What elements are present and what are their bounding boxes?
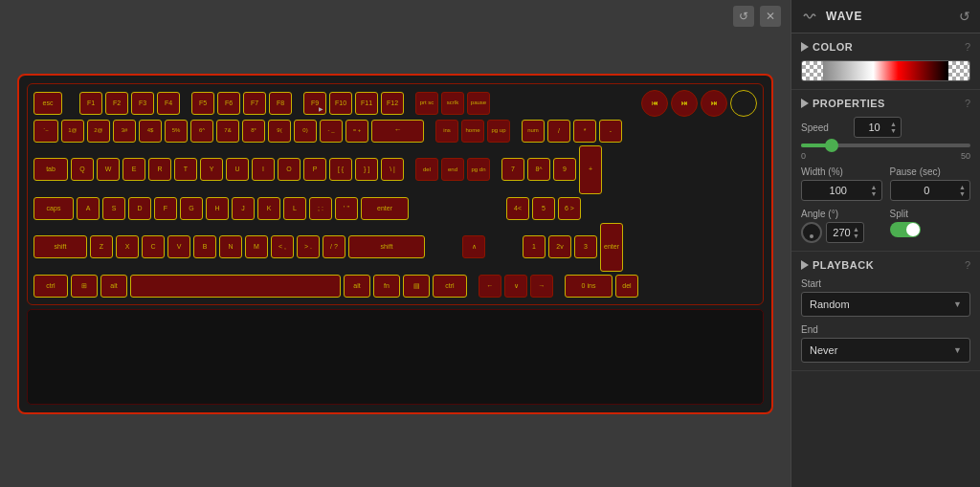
key-f8[interactable]: F8 <box>269 92 292 115</box>
key-backspace[interactable]: ← <box>371 120 424 143</box>
key-f[interactable]: F <box>154 197 177 220</box>
key-num8[interactable]: 8^ <box>527 158 550 181</box>
key-f11[interactable]: F11 <box>355 92 378 115</box>
key-del[interactable]: del <box>415 158 438 181</box>
key-quote[interactable]: ' " <box>335 197 358 220</box>
key-s[interactable]: S <box>102 197 125 220</box>
key-num0[interactable]: 0 ins <box>565 275 612 298</box>
key-media-next[interactable]: ⏭ <box>701 90 727 117</box>
angle-dial[interactable] <box>801 222 822 243</box>
key-f12[interactable]: F12 <box>381 92 404 115</box>
key-6[interactable]: 6^ <box>190 120 213 143</box>
key-h[interactable]: H <box>206 197 229 220</box>
key-m[interactable]: M <box>245 235 268 258</box>
key-lctrl[interactable]: ctrl <box>33 275 68 298</box>
key-numsub[interactable]: - <box>599 120 622 143</box>
key-d[interactable]: D <box>128 197 151 220</box>
key-esc[interactable]: esc <box>33 92 62 115</box>
key-num4[interactable]: 4< <box>506 197 529 220</box>
angle-up[interactable]: ▲ <box>853 226 859 232</box>
key-up[interactable]: ∧ <box>462 235 485 258</box>
pause-down[interactable]: ▼ <box>959 190 966 197</box>
pause-arrows[interactable]: ▲ ▼ <box>959 184 966 197</box>
split-toggle[interactable] <box>890 222 921 237</box>
key-3[interactable]: 3# <box>113 120 136 143</box>
key-equals[interactable]: = + <box>345 120 368 143</box>
pause-spinbox[interactable]: 0 ▲ ▼ <box>890 180 971 201</box>
key-lalt[interactable]: alt <box>100 275 127 298</box>
key-home[interactable]: home <box>461 120 484 143</box>
speed-down-arrow[interactable]: ▼ <box>890 127 897 134</box>
color-collapse-icon[interactable] <box>801 42 809 52</box>
key-f7[interactable]: F7 <box>243 92 266 115</box>
key-lshift[interactable]: shift <box>33 235 87 258</box>
key-t[interactable]: T <box>174 158 197 181</box>
key-numadd[interactable]: + <box>579 145 602 194</box>
key-b[interactable]: B <box>193 235 216 258</box>
key-1[interactable]: 1@ <box>61 120 84 143</box>
key-0[interactable]: 0) <box>294 120 317 143</box>
key-2[interactable]: 2@ <box>87 120 110 143</box>
key-r[interactable]: R <box>148 158 171 181</box>
properties-collapse-icon[interactable] <box>801 99 809 108</box>
key-num6[interactable]: 6 > <box>558 197 581 220</box>
key-semicolon[interactable]: ; : <box>309 197 332 220</box>
key-n[interactable]: N <box>219 235 242 258</box>
key-num2[interactable]: 2v <box>548 235 571 258</box>
key-numenter[interactable]: enter <box>600 223 623 272</box>
key-y[interactable]: Y <box>200 158 223 181</box>
key-l[interactable]: L <box>283 197 306 220</box>
end-dropdown[interactable]: Never ▼ <box>801 338 970 363</box>
key-i[interactable]: I <box>252 158 275 181</box>
key-comma[interactable]: < , <box>271 235 294 258</box>
key-left[interactable]: ← <box>479 275 501 298</box>
speed-arrows[interactable]: ▲ ▼ <box>890 121 897 134</box>
key-minus[interactable]: - _ <box>320 120 343 143</box>
key-lwin[interactable]: ⊞ <box>71 275 98 298</box>
angle-spinbox[interactable]: 270 ▲ ▼ <box>826 222 864 243</box>
key-caps[interactable]: caps <box>33 197 74 220</box>
key-5[interactable]: 5% <box>165 120 188 143</box>
key-p[interactable]: P <box>303 158 326 181</box>
key-v[interactable]: V <box>167 235 190 258</box>
width-down[interactable]: ▼ <box>871 190 878 197</box>
key-e[interactable]: E <box>122 158 145 181</box>
key-f10[interactable]: F10 <box>329 92 352 115</box>
key-f6[interactable]: F6 <box>217 92 240 115</box>
width-arrows[interactable]: ▲ ▼ <box>871 184 878 197</box>
key-f1[interactable]: F1 <box>79 92 102 115</box>
key-enter[interactable]: enter <box>361 197 409 220</box>
key-nummul[interactable]: * <box>573 120 596 143</box>
key-down[interactable]: ∨ <box>504 275 527 298</box>
key-pause[interactable]: pause <box>467 92 490 115</box>
key-scrlk[interactable]: scrlk <box>441 92 464 115</box>
key-right[interactable]: → <box>530 275 553 298</box>
key-fn[interactable]: fn <box>373 275 400 298</box>
key-media-play[interactable]: ⏭ <box>671 90 698 117</box>
key-ins[interactable]: ins <box>435 120 458 143</box>
key-x[interactable]: X <box>116 235 139 258</box>
key-lbracket[interactable]: [ { <box>329 158 352 181</box>
speed-slider-thumb[interactable] <box>825 139 838 152</box>
key-j[interactable]: J <box>232 197 255 220</box>
pause-up[interactable]: ▲ <box>959 184 966 190</box>
key-num7[interactable]: 7 <box>501 158 524 181</box>
key-numdot[interactable]: del <box>615 275 638 298</box>
key-a[interactable]: A <box>77 197 100 220</box>
key-8[interactable]: 8* <box>242 120 265 143</box>
key-f4[interactable]: F4 <box>157 92 180 115</box>
key-9[interactable]: 9( <box>268 120 291 143</box>
key-w[interactable]: W <box>97 158 120 181</box>
width-up[interactable]: ▲ <box>871 184 878 190</box>
color-help-icon[interactable]: ? <box>965 41 970 53</box>
key-num1[interactable]: 1 <box>523 235 546 258</box>
key-f5[interactable]: F5 <box>191 92 214 115</box>
key-space[interactable] <box>130 275 341 298</box>
key-macro[interactable] <box>730 90 757 117</box>
key-numdiv[interactable]: / <box>547 120 570 143</box>
width-spinbox[interactable]: 100 ▲ ▼ <box>801 180 882 201</box>
key-f3[interactable]: F3 <box>131 92 154 115</box>
speed-slider-track[interactable] <box>801 144 970 147</box>
key-period[interactable]: > . <box>297 235 320 258</box>
playback-help-icon[interactable]: ? <box>965 259 970 271</box>
